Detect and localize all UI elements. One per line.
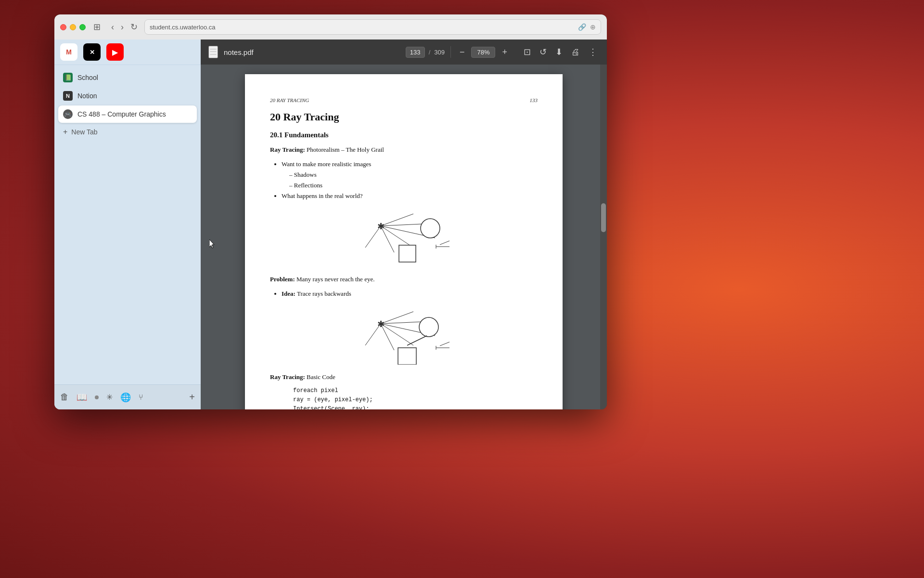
new-tab-button[interactable]: + New Tab: [58, 124, 197, 140]
bottom-bar: 🗑 📖 ✳ 🌐 ⑂ +: [54, 384, 201, 409]
url-text: student.cs.uwaterloo.ca: [150, 24, 574, 31]
problem-description: Many rays never reach the eye.: [296, 276, 374, 283]
pdf-page-nav: / 309 − 78% +: [406, 46, 510, 58]
bookmark-x[interactable]: ✕: [83, 43, 101, 61]
bookmark-gmail[interactable]: M: [60, 43, 77, 61]
pdf-menu-button[interactable]: ☰: [208, 46, 218, 58]
page-number-display: 133: [530, 97, 538, 103]
svg-line-17: [381, 324, 394, 350]
trash-icon[interactable]: 🗑: [60, 392, 69, 402]
ray-tracing-basic-label: Ray Tracing:: [270, 373, 305, 381]
ray-diagram-1: ✱: [270, 209, 538, 267]
asterisk-icon[interactable]: ✳: [106, 393, 113, 402]
book-icon: 📗: [64, 74, 72, 81]
pdf-page: 20 RAY TRACING 133 20 Ray Tracing 20.1 F…: [245, 74, 563, 409]
notion-icon: N: [66, 93, 70, 99]
chapter-title: 20 Ray Tracing: [270, 111, 538, 123]
svg-line-16: [381, 324, 413, 345]
svg-line-18: [365, 324, 381, 345]
tab-cs488[interactable]: 🎮 CS 488 – Computer Graphics: [58, 105, 197, 123]
globe-icon[interactable]: 🌐: [120, 392, 131, 403]
print-button[interactable]: 🖨: [569, 45, 582, 59]
rotate-button[interactable]: ↺: [538, 45, 549, 59]
sub-list-1: Shadows Reflections: [289, 170, 538, 191]
svg-point-19: [419, 317, 438, 337]
address-bar-icons: 🔗 ⊕: [578, 23, 596, 31]
close-button[interactable]: [60, 24, 66, 30]
school-tab-icon: 📗: [63, 73, 73, 82]
ray-diagram-1-svg: ✱: [356, 209, 452, 267]
gmail-icon: M: [66, 48, 72, 56]
idea-item: Idea: Trace rays backwards: [282, 289, 538, 299]
bullet-item-2: What happens in the real world?: [282, 191, 538, 201]
page-total: 309: [434, 49, 445, 56]
maximize-button[interactable]: [79, 24, 86, 30]
svg-point-7: [421, 219, 440, 238]
back-button[interactable]: ‹: [109, 21, 116, 33]
minimize-button[interactable]: [70, 24, 76, 30]
browser-titlebar: ⊞ ‹ › ↻ student.cs.uwaterloo.ca 🔗 ⊕: [54, 14, 607, 39]
address-bar[interactable]: student.cs.uwaterloo.ca 🔗 ⊕: [144, 19, 601, 35]
code-block: foreach pixel ray = (eye, pixel-eye); In…: [293, 386, 538, 409]
zoom-level: 78%: [471, 47, 495, 58]
basic-code-subtitle: Basic Code: [307, 373, 335, 381]
ray-tracing-subtitle: Photorealism – The Holy Grail: [307, 146, 384, 153]
fork-icon[interactable]: ⑂: [139, 393, 143, 402]
chapter-header: 20 RAY TRACING: [270, 97, 309, 103]
forward-button[interactable]: ›: [119, 21, 126, 33]
sub-item-shadows: Shadows: [289, 170, 538, 180]
browser-content: M ✕ ▶ 📗 School: [54, 39, 607, 409]
dot-icon: [95, 395, 99, 399]
browser-window: ⊞ ‹ › ↻ student.cs.uwaterloo.ca 🔗 ⊕ M ✕: [54, 14, 607, 409]
pdf-scrollbar[interactable]: [600, 65, 607, 409]
game-icon: 🎮: [64, 111, 72, 118]
code-line-3: Intersect(Scene, ray);: [293, 405, 538, 409]
svg-line-20: [407, 336, 427, 345]
svg-line-5: [381, 226, 394, 252]
svg-line-6: [365, 226, 381, 248]
sidebar-toggle-button[interactable]: ⊞: [93, 22, 101, 32]
tab-school[interactable]: 📗 School: [58, 69, 197, 86]
notion-tab-label: Notion: [77, 92, 97, 100]
sub-item-reflections: Reflections: [289, 180, 538, 191]
svg-line-11: [440, 241, 449, 245]
tab-notion[interactable]: N Notion: [58, 87, 197, 105]
svg-rect-8: [399, 245, 416, 262]
pdf-content[interactable]: 20 RAY TRACING 133 20 Ray Tracing 20.1 F…: [201, 65, 607, 409]
problem-text: Problem: Many rays never reach the eye.: [270, 275, 538, 285]
reading-list-icon[interactable]: 📖: [77, 392, 87, 403]
reload-button[interactable]: ↻: [128, 21, 140, 33]
traffic-lights: [60, 24, 86, 30]
idea-text: Trace rays backwards: [297, 290, 351, 297]
zoom-out-button[interactable]: −: [457, 46, 468, 58]
idea-label: Idea:: [282, 290, 295, 297]
pdf-toolbar: ☰ notes.pdf / 309 − 78% + ⊡ ↺ ⬇ 🖨 ⋮: [201, 39, 607, 65]
page-separator: /: [429, 49, 431, 56]
pdf-toolbar-right: ⊡ ↺ ⬇ 🖨 ⋮: [522, 45, 599, 59]
ray-diagram-2-svg: ✱: [356, 307, 452, 365]
download-button[interactable]: ⬇: [553, 45, 565, 59]
add-icon[interactable]: +: [189, 392, 195, 403]
bookmark-youtube[interactable]: ▶: [106, 43, 124, 61]
tabs-area: 📗 School N Notion 🎮 CS 488 – Comp: [54, 65, 201, 384]
bullet-item-1: Want to make more realistic images: [282, 159, 538, 170]
fit-page-button[interactable]: ⊡: [522, 45, 533, 59]
section-title: 20.1 Fundamentals: [270, 131, 538, 139]
share-icon[interactable]: ⊕: [590, 23, 596, 31]
zoom-in-button[interactable]: +: [499, 46, 510, 58]
link-icon[interactable]: 🔗: [578, 23, 586, 31]
page-number-input[interactable]: [406, 47, 425, 58]
pdf-scrollbar-thumb[interactable]: [601, 203, 606, 232]
code-line-1: foreach pixel: [293, 386, 538, 395]
more-options-button[interactable]: ⋮: [587, 45, 599, 59]
bullet-list-1: Want to make more realistic images Shado…: [282, 159, 538, 201]
pdf-page-header: 20 RAY TRACING 133: [270, 97, 538, 103]
new-tab-label: New Tab: [71, 128, 97, 136]
ray-diagram-2: ✱: [270, 307, 538, 365]
code-line-2: ray = (eye, pixel-eye);: [293, 395, 538, 405]
divider: [450, 46, 451, 58]
x-icon: ✕: [90, 49, 95, 56]
pdf-filename: notes.pdf: [224, 48, 254, 56]
basic-code-intro: Ray Tracing: Basic Code: [270, 372, 538, 382]
youtube-icon: ▶: [112, 48, 118, 57]
